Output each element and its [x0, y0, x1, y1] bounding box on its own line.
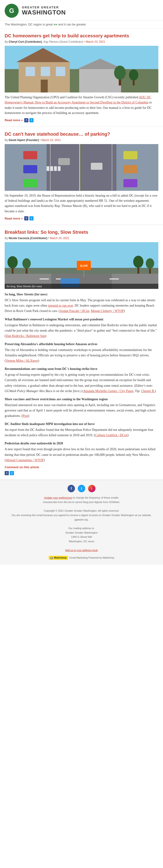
- svg-rect-23: [123, 151, 137, 159]
- dcist-link1[interactable]: Jordan Pascale / DCist: [60, 309, 89, 313]
- section7-label: Pedestrian deaths rose nationwide in 202…: [5, 441, 158, 446]
- section2-label: What Baltimore's renewed Lexington Marke…: [5, 317, 158, 322]
- svg-rect-41: [83, 270, 84, 277]
- dcist-link2[interactable]: Colleen Grablick / DCist: [95, 433, 128, 437]
- article-3-author: Nicole Cacooza (Contributor): [9, 237, 47, 240]
- arrows-icon: »»: [53, 23, 57, 26]
- article-3-image: SLOW So long, Slow Streets (for now): [5, 242, 158, 289]
- footer-add-address-link[interactable]: Add us to your address book: [65, 549, 98, 552]
- section1-label: So long, Slow Streets (for now): [5, 292, 158, 297]
- article-3-byline: By Nicole Cacooza (Contributor) • March …: [5, 237, 158, 240]
- article-1-social: f t: [24, 118, 34, 122]
- svg-rect-5: [41, 67, 50, 76]
- article-1-body-link[interactable]: ADU DC Homeowner's Manual: How to Build …: [5, 95, 151, 104]
- footer-copyright: Copyright © 2021 Greater Greater Washing…: [5, 508, 158, 513]
- svg-rect-6: [56, 67, 65, 76]
- post-link[interactable]: Post: [23, 414, 28, 417]
- article-2-date: March 23, 2021: [41, 138, 61, 142]
- article-1-author: Cheryl Cort (Contributor): [9, 40, 42, 43]
- section5-label: More vaccines and fewer restrictions are…: [5, 397, 158, 402]
- section6-label: DC Auditor finds inadequate MPD investig…: [5, 421, 158, 427]
- alxnow-link[interactable]: Vernon Miles / ALXnow: [6, 359, 38, 363]
- svg-rect-25: [123, 179, 137, 187]
- tagline: The Washington, DC region is great »» an…: [0, 21, 163, 29]
- article-3-twitter-icon[interactable]: t: [10, 471, 14, 475]
- svg-rect-4: [26, 67, 35, 76]
- article-1-title: DC homeowners get help to build accessor…: [5, 33, 158, 39]
- footer-twitter-icon[interactable]: t: [78, 485, 85, 492]
- article-1-body: The United Planning Organization (UPO) a…: [5, 95, 158, 116]
- svg-rect-29: [50, 166, 53, 171]
- footer-unsubscribe-text: Unsubscribe from this list to cancel blo…: [43, 501, 120, 503]
- svg-rect-21: [23, 165, 37, 173]
- footer-facebook-icon[interactable]: f: [68, 485, 75, 492]
- article-2-read-more: Read more » f t: [5, 216, 158, 220]
- article-2-read-more-link[interactable]: Read more »: [5, 217, 23, 220]
- article-2: DC can't have statehood because… of park…: [0, 127, 163, 225]
- article-1-read-more-link[interactable]: Read more »: [5, 118, 23, 122]
- svg-rect-22: [23, 179, 37, 187]
- ignored-link[interactable]: ignored or run over: [48, 304, 73, 307]
- svg-rect-26: [58, 158, 70, 165]
- article-1-twitter-icon[interactable]: t: [29, 118, 34, 122]
- svg-rect-16: [47, 144, 116, 191]
- article-3-social: f t: [5, 471, 14, 475]
- article-2-title-link[interactable]: DC can't have statehood because… of park…: [5, 131, 110, 136]
- chester-link[interactable]: Chester B.: [141, 389, 155, 393]
- article-1-facebook-icon[interactable]: f: [24, 118, 29, 122]
- footer-social-row: f t i: [5, 485, 158, 492]
- svg-text:SLOW: SLOW: [80, 265, 88, 267]
- wtop-link1[interactable]: Megan Cloherty / WTOP: [91, 309, 124, 313]
- svg-rect-31: [58, 166, 60, 171]
- article-3: Breakfast links: So long, Slow Streets B…: [0, 225, 163, 480]
- article-2-author: David Alpert (Founder): [9, 138, 39, 142]
- section3-label: Preserving Alexandria's affordable housi…: [5, 341, 158, 347]
- footer-update-text: to change the frequency of these emails.: [73, 496, 119, 499]
- svg-rect-7: [41, 80, 48, 92]
- tagline-after: and it can be greater.: [58, 23, 87, 26]
- article-2-byline: By David Alpert (Founder) • March 23, 20…: [5, 138, 158, 142]
- logo-letter: G: [9, 7, 14, 14]
- citypaper-link[interactable]: Amanda Michelle Gomez / City Paper: [83, 389, 133, 393]
- tagline-before: The Washington, DC region is great: [5, 23, 53, 26]
- article-1-image: [5, 46, 158, 92]
- footer-instagram-icon[interactable]: i: [88, 485, 95, 492]
- article-1-date: March 23, 2021: [86, 40, 105, 43]
- article-2-image: [5, 144, 158, 191]
- footer-update-prefs-link[interactable]: Update your preferences: [44, 496, 72, 499]
- article-1-guest: Kay Pierson (Guest Contributor): [44, 40, 83, 43]
- svg-rect-19: [79, 144, 80, 191]
- article-2-facebook-icon[interactable]: f: [24, 216, 29, 220]
- mailchimp-logo: 🤖 Mailchimp: [49, 556, 68, 560]
- svg-point-47: [133, 256, 144, 268]
- bsun-link[interactable]: Dan Rodricks / Baltimore Sun: [6, 334, 45, 338]
- article-2-body: On September 19, 2019, the House of Repr…: [5, 193, 158, 214]
- footer-mailing-label: Our mailing address is:: [5, 526, 158, 531]
- svg-rect-27: [91, 163, 103, 170]
- mailchimp-badge: 🤖 Mailchimp Email Marketing Powered by M…: [5, 556, 158, 560]
- site-logo[interactable]: G: [5, 4, 18, 18]
- site-header: G GREATER GREATER WASHINGTON: [0, 0, 163, 21]
- article-2-social: f t: [24, 216, 34, 220]
- title-line1: GREATER GREATER: [22, 6, 66, 9]
- svg-rect-28: [47, 166, 49, 171]
- svg-rect-38: [110, 278, 119, 280]
- footer-sent-because: You are receiving this email because you…: [5, 513, 158, 522]
- svg-point-43: [7, 256, 18, 268]
- footer-address2: Washington, DC xxxxx: [5, 539, 158, 544]
- article-2-twitter-icon[interactable]: t: [29, 216, 34, 220]
- article-1-byline: By Cheryl Cort (Contributor), Kay Pierso…: [5, 40, 158, 43]
- article-3-date: March 24, 2021: [50, 237, 69, 240]
- svg-point-45: [23, 258, 31, 269]
- svg-point-11: [114, 66, 126, 80]
- article-1-title-link[interactable]: DC homeowners get help to build accessor…: [5, 33, 129, 38]
- footer-address1: 1440 G Street NW: [5, 535, 158, 539]
- article-1-read-more: Read more » f t: [5, 118, 158, 122]
- article-3-facebook-icon[interactable]: f: [5, 471, 9, 475]
- comment-link[interactable]: Comment on this article: [5, 465, 39, 469]
- article-3-title-link[interactable]: Breakfast links: So long, Slow Streets: [5, 229, 88, 235]
- svg-point-49: [146, 258, 154, 269]
- article-1: DC homeowners get help to build accessor…: [0, 29, 163, 127]
- wtop-link2[interactable]: Abigail Constantino / WTOP: [6, 458, 44, 462]
- article-3-body: So long, Slow Streets (for now) DC's Slo…: [5, 292, 158, 463]
